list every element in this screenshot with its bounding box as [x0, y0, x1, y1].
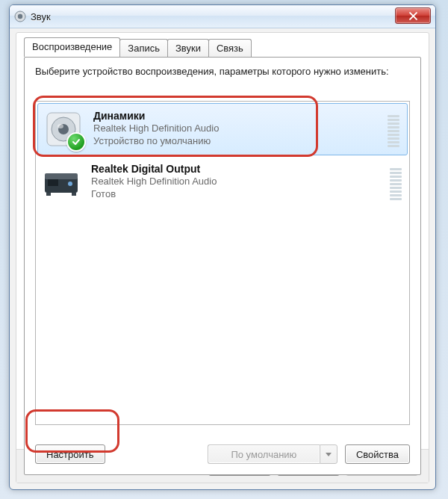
device-button-row: Настроить По умолчанию Свойства — [35, 444, 410, 464]
sound-icon — [14, 10, 26, 22]
chevron-down-icon[interactable] — [320, 444, 337, 464]
device-driver: Realtek High Definition Audio — [91, 175, 384, 187]
svg-rect-11 — [72, 193, 76, 196]
default-dropdown[interactable]: По умолчанию — [208, 444, 337, 464]
speaker-icon — [44, 110, 83, 149]
device-item-speakers[interactable]: Динамики Realtek High Definition Audio У… — [37, 103, 408, 155]
device-item-digital[interactable]: Realtek Digital Output Realtek High Defi… — [36, 157, 409, 208]
device-status: Устройство по умолчанию — [93, 134, 382, 147]
client-area: Воспроизведение Запись Звуки Связь Выбер… — [16, 32, 429, 483]
device-name: Realtek Digital Output — [91, 163, 384, 175]
svg-rect-8 — [48, 179, 58, 186]
close-button[interactable] — [395, 7, 431, 24]
configure-button[interactable]: Настроить — [35, 444, 105, 464]
level-meter — [390, 164, 402, 200]
tab-comm[interactable]: Связь — [208, 39, 252, 58]
svg-rect-10 — [46, 193, 51, 196]
properties-button[interactable]: Свойства — [345, 444, 410, 464]
set-default-button[interactable]: По умолчанию — [208, 444, 320, 464]
level-meter — [388, 111, 399, 147]
svg-rect-7 — [45, 173, 78, 179]
device-name: Динамики — [93, 110, 382, 122]
tab-playback[interactable]: Воспроизведение — [24, 37, 120, 57]
window-title: Звук — [31, 11, 51, 22]
tab-page-playback: Выберите устройство воспроизведения, пар… — [24, 57, 421, 475]
default-check-icon — [66, 132, 86, 152]
tab-sounds[interactable]: Звуки — [167, 39, 209, 58]
device-list[interactable]: Динамики Realtek High Definition Audio У… — [35, 101, 410, 425]
svg-point-5 — [57, 124, 63, 128]
tab-record[interactable]: Запись — [119, 39, 168, 58]
device-status: Готов — [91, 187, 384, 200]
titlebar[interactable]: Звук — [10, 5, 435, 28]
device-driver: Realtek High Definition Audio — [93, 122, 382, 134]
instruction-text: Выберите устройство воспроизведения, пар… — [35, 65, 410, 78]
svg-point-1 — [18, 14, 22, 19]
digital-output-icon — [42, 163, 81, 202]
tab-strip: Воспроизведение Запись Звуки Связь — [24, 37, 251, 57]
close-icon — [409, 12, 417, 20]
svg-point-9 — [68, 182, 72, 186]
sound-dialog: Звук Воспроизведение Запись Звуки Связь … — [9, 4, 436, 490]
